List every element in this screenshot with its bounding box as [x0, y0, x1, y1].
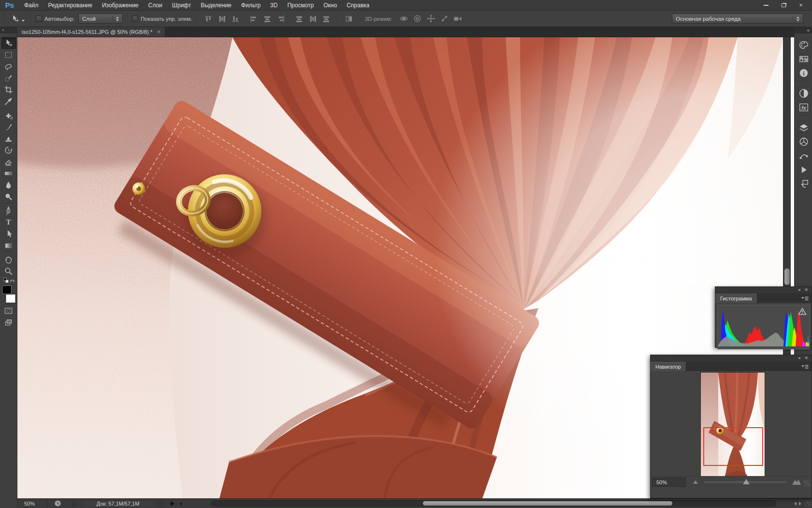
- tool-preset-caret-icon[interactable]: [22, 20, 25, 22]
- scroll-right-icon[interactable]: [799, 502, 801, 506]
- dock-expand-button[interactable]: «: [795, 27, 812, 33]
- crop-tool[interactable]: [1, 84, 16, 95]
- minimize-button[interactable]: [761, 1, 771, 9]
- panel-resize-grip[interactable]: [803, 480, 810, 487]
- show-transform-controls-checkbox[interactable]: [132, 15, 138, 22]
- 3d-roll-icon[interactable]: [411, 14, 423, 24]
- scrollbar-steppers[interactable]: [794, 502, 801, 506]
- panel-close-icon[interactable]: ✕: [804, 287, 808, 293]
- 3d-camera-icon[interactable]: [452, 14, 464, 24]
- align-horizontal-centers-button[interactable]: [261, 14, 273, 24]
- zoom-out-icon[interactable]: [693, 478, 699, 485]
- align-left-edges-button[interactable]: [248, 14, 260, 24]
- swap-colors-icon[interactable]: [9, 278, 15, 284]
- align-vertical-centers-button[interactable]: [216, 14, 228, 24]
- hand-tool[interactable]: [1, 254, 16, 265]
- autoselect-target-select[interactable]: Слой: [78, 14, 123, 24]
- menu-layers[interactable]: Слои: [144, 0, 167, 11]
- navigator-zoom-field[interactable]: 50%: [652, 478, 686, 487]
- adjustments-panel-icon[interactable]: [795, 86, 812, 100]
- status-clock-icon[interactable]: [54, 500, 61, 507]
- cached-data-warning-icon[interactable]: [798, 307, 807, 317]
- distribute-top-edges-button[interactable]: [293, 14, 305, 24]
- styles-panel-icon[interactable]: [795, 100, 812, 114]
- pen-tool[interactable]: [1, 205, 16, 216]
- dodge-tool[interactable]: [1, 191, 16, 202]
- menu-image[interactable]: Изображение: [97, 0, 144, 11]
- distribute-horizontal-centers-button[interactable]: [320, 14, 332, 24]
- clone-stamp-tool[interactable]: [1, 133, 16, 144]
- menu-help[interactable]: Справка: [342, 0, 374, 11]
- status-collapse-arrow-icon[interactable]: [179, 502, 182, 506]
- menu-filter[interactable]: Фильтр: [236, 0, 265, 11]
- panel-menu-icon[interactable]: [801, 364, 809, 371]
- panel-menu-icon[interactable]: [801, 296, 809, 303]
- horizontal-scrollbar-thumb[interactable]: [423, 501, 672, 506]
- dock-grip[interactable]: [798, 118, 809, 120]
- workspace-select[interactable]: Основная рабочая среда: [672, 14, 803, 24]
- auto-align-layers-button[interactable]: [343, 14, 355, 24]
- blur-tool[interactable]: [1, 179, 16, 191]
- status-zoom-field[interactable]: 50%: [17, 499, 47, 508]
- navigator-view-box[interactable]: [703, 427, 763, 466]
- align-right-edges-button[interactable]: [275, 14, 287, 24]
- 3d-orbit-icon[interactable]: [398, 14, 409, 24]
- distribute-vertical-centers-button[interactable]: [307, 14, 319, 24]
- align-bottom-edges-button[interactable]: [230, 14, 241, 24]
- history-panel-icon[interactable]: [795, 177, 812, 191]
- eraser-tool[interactable]: [1, 156, 16, 167]
- horizontal-type-tool[interactable]: [1, 216, 16, 228]
- menu-select[interactable]: Выделение: [196, 0, 236, 11]
- menu-type[interactable]: Шрифт: [167, 0, 196, 11]
- spot-healing-brush-tool[interactable]: [1, 109, 16, 121]
- path-selection-tool[interactable]: [1, 228, 16, 239]
- foreground-color-swatch[interactable]: [2, 285, 12, 294]
- actions-panel-icon[interactable]: [795, 163, 812, 177]
- navigator-zoom-slider[interactable]: [704, 481, 787, 483]
- 3d-pan-icon[interactable]: [425, 14, 436, 24]
- quick-mask-button[interactable]: [1, 305, 16, 316]
- gradient-tool[interactable]: [1, 167, 16, 179]
- options-bar-grip[interactable]: [2, 13, 6, 25]
- brush-tool[interactable]: [1, 121, 16, 133]
- status-popup-arrow-icon[interactable]: [171, 501, 174, 506]
- history-brush-tool[interactable]: [1, 144, 16, 156]
- align-top-edges-button[interactable]: [203, 14, 214, 24]
- menu-file[interactable]: Файл: [19, 0, 44, 11]
- horizontal-scrollbar[interactable]: [211, 500, 776, 507]
- dock-grip[interactable]: [798, 83, 809, 86]
- layers-panel-icon[interactable]: [795, 120, 812, 134]
- zoom-in-icon[interactable]: [792, 478, 801, 486]
- menu-view[interactable]: Просмотр: [282, 0, 319, 11]
- tools-grip[interactable]: [1, 34, 15, 37]
- autoselect-checkbox[interactable]: [36, 15, 42, 22]
- panel-collapse-icon[interactable]: «: [798, 287, 800, 293]
- close-button[interactable]: ×: [796, 1, 806, 9]
- rectangle-tool[interactable]: [1, 239, 16, 251]
- rectangular-marquee-tool[interactable]: [1, 49, 16, 60]
- panel-close-icon[interactable]: ✕: [804, 355, 808, 361]
- menu-window[interactable]: Окно: [319, 0, 342, 11]
- menu-3d[interactable]: 3D: [265, 0, 282, 11]
- menu-edit[interactable]: Редактирование: [44, 0, 97, 11]
- 3d-slide-icon[interactable]: [438, 14, 450, 24]
- histogram-tab[interactable]: Гистограмма: [715, 294, 757, 303]
- zoom-slider-thumb[interactable]: [743, 479, 750, 484]
- channels-panel-icon[interactable]: [795, 134, 812, 149]
- color-panel-icon[interactable]: [795, 38, 812, 52]
- navigator-thumbnail[interactable]: [700, 372, 765, 485]
- background-color-swatch[interactable]: [6, 294, 15, 303]
- zoom-tool[interactable]: [1, 265, 16, 277]
- window-resize-grip[interactable]: [804, 501, 811, 507]
- tools-collapse-button[interactable]: »: [0, 27, 17, 33]
- panel-collapse-icon[interactable]: «: [798, 355, 800, 361]
- vertical-scrollbar-thumb[interactable]: [784, 269, 790, 285]
- eyedropper-tool[interactable]: [1, 95, 16, 107]
- restore-button[interactable]: [778, 1, 789, 9]
- dock-grip[interactable]: [798, 35, 809, 37]
- quick-selection-tool[interactable]: [1, 72, 16, 84]
- scroll-left-icon[interactable]: [794, 502, 797, 506]
- tab-close-icon[interactable]: ×: [157, 29, 160, 35]
- screen-mode-button[interactable]: [1, 316, 16, 328]
- swatches-panel-icon[interactable]: [795, 52, 812, 66]
